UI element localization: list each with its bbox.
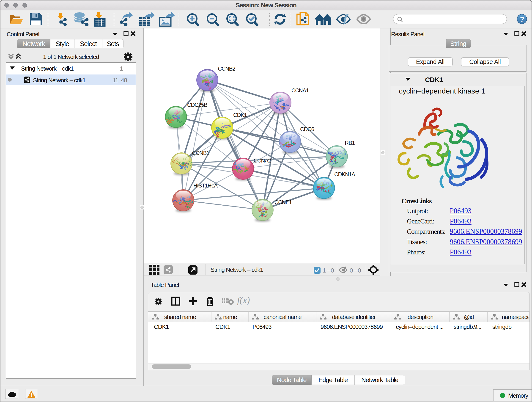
svg-text:CCNA1: CCNA1 xyxy=(291,87,309,94)
svg-text:HIST1H1A: HIST1H1A xyxy=(193,182,218,189)
svg-text:CDK1: CDK1 xyxy=(233,112,247,118)
svg-text:CDC6: CDC6 xyxy=(300,126,314,132)
svg-text:CDC25B: CDC25B xyxy=(187,102,207,108)
svg-text:CCNB1: CCNB1 xyxy=(192,150,209,156)
svg-text:RB1: RB1 xyxy=(345,140,355,146)
svg-text:CDKN1A: CDKN1A xyxy=(334,171,355,177)
svg-text:CCNE1: CCNE1 xyxy=(274,199,292,205)
svg-text:CCNA2: CCNA2 xyxy=(254,157,271,164)
svg-text:CCNB2: CCNB2 xyxy=(218,65,235,72)
